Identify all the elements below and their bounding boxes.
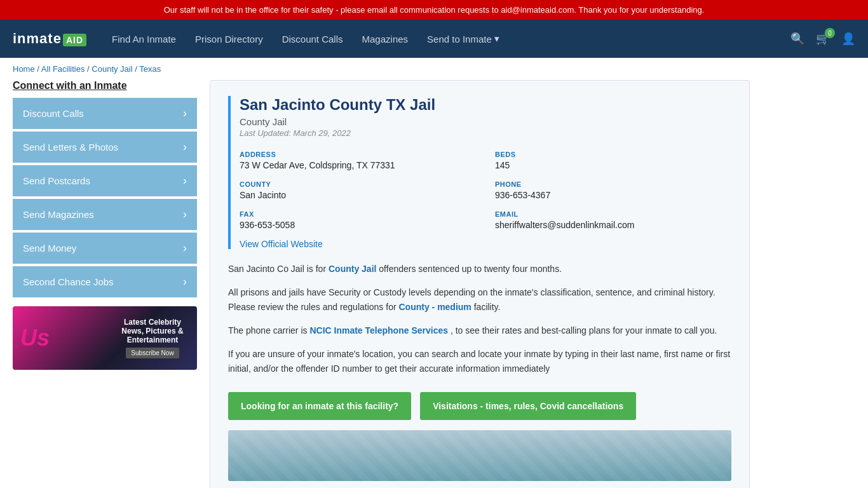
phone-field: PHONE 936-653-4367 — [495, 180, 731, 200]
logo-text: inmateAID — [13, 30, 86, 47]
county-label: COUNTY — [240, 180, 476, 188]
breadcrumb-home[interactable]: Home — [13, 64, 35, 74]
chevron-right-icon: › — [183, 275, 187, 288]
fax-value: 936-653-5058 — [240, 220, 476, 230]
facility-panel: San Jacinto County TX Jail County Jail L… — [210, 80, 750, 488]
email-value: sheriffwalters@suddenlinkmail.com — [495, 220, 731, 230]
main-nav: inmateAID Find An Inmate Prison Director… — [0, 20, 868, 58]
cart-count: 0 — [825, 28, 835, 38]
sidebar-ad-subscribe-btn[interactable]: Subscribe Now — [126, 348, 179, 358]
facility-last-updated: Last Updated: March 29, 2022 — [240, 128, 731, 138]
sidebar: Connect with an Inmate Discount Calls › … — [13, 80, 197, 488]
sidebar-discount-calls[interactable]: Discount Calls › — [13, 98, 197, 129]
county-jail-link[interactable]: County Jail — [329, 264, 376, 274]
facility-desc-4: If you are unsure of your inmate's locat… — [228, 347, 731, 376]
breadcrumb-texas[interactable]: Texas — [139, 64, 161, 74]
address-label: ADDRESS — [240, 151, 476, 158]
logo[interactable]: inmateAID — [13, 30, 86, 47]
email-label: EMAIL — [495, 210, 731, 218]
main-content: Connect with an Inmate Discount Calls › … — [0, 80, 763, 488]
nav-discount-calls[interactable]: Discount Calls — [282, 22, 343, 56]
view-official-website[interactable]: View Official Website — [240, 239, 731, 249]
phone-value: 936-653-4367 — [495, 190, 731, 200]
beds-value: 145 — [495, 160, 731, 170]
chevron-right-icon: › — [183, 208, 187, 221]
facility-image-strip — [228, 430, 731, 481]
facility-details: ADDRESS 73 W Cedar Ave, Coldspring, TX 7… — [240, 151, 731, 230]
user-icon[interactable]: 👤 — [841, 32, 855, 46]
visitations-btn[interactable]: Visitations - times, rules, Covid cancel… — [420, 392, 636, 420]
nav-icons: 🔍 🛒 0 👤 — [790, 32, 855, 46]
address-value: 73 W Cedar Ave, Coldspring, TX 77331 — [240, 160, 476, 170]
nav-find-an-inmate[interactable]: Find An Inmate — [112, 22, 176, 56]
nav-prison-directory[interactable]: Prison Directory — [195, 22, 263, 56]
beds-field: BEDS 145 — [495, 151, 731, 170]
facility-description: San Jacinto Co Jail is for County Jail o… — [228, 262, 731, 377]
chevron-right-icon: › — [183, 241, 187, 255]
banner-text: Our staff will not be in the office for … — [164, 5, 705, 15]
nav-links: Find An Inmate Prison Directory Discount… — [112, 22, 790, 56]
county-field: COUNTY San Jacinto — [240, 180, 476, 200]
breadcrumb-all-facilities[interactable]: All Facilities — [41, 64, 85, 74]
county-medium-link[interactable]: County - medium — [398, 302, 471, 312]
fax-label: FAX — [240, 210, 476, 218]
sidebar-second-chance-jobs[interactable]: Second Chance Jobs › — [13, 266, 197, 297]
sidebar-send-money[interactable]: Send Money › — [13, 233, 197, 264]
beds-label: BEDS — [495, 151, 731, 158]
sidebar-ad-text: Latest Celebrity News, Pictures & Entert… — [114, 318, 191, 358]
facility-type: County Jail — [240, 116, 731, 127]
sidebar-send-postcards[interactable]: Send Postcards › — [13, 165, 197, 196]
looking-for-inmate-btn[interactable]: Looking for an inmate at this facility? — [228, 392, 411, 420]
nav-send-to-inmate[interactable]: Send to Inmate ▾ — [427, 22, 499, 56]
chevron-right-icon: › — [183, 140, 187, 154]
phone-label: PHONE — [495, 180, 731, 188]
email-field: EMAIL sheriffwalters@suddenlinkmail.com — [495, 210, 731, 230]
sidebar-send-magazines[interactable]: Send Magazines › — [13, 199, 197, 230]
facility-desc-3: The phone carrier is NCIC Inmate Telepho… — [228, 323, 731, 338]
address-field: ADDRESS 73 W Cedar Ave, Coldspring, TX 7… — [240, 151, 476, 170]
breadcrumb-county-jail[interactable]: County Jail — [92, 64, 132, 74]
facility-name: San Jacinto County TX Jail — [240, 96, 731, 114]
sidebar-send-letters[interactable]: Send Letters & Photos › — [13, 132, 197, 163]
chevron-right-icon: › — [183, 107, 187, 120]
facility-desc-2: All prisons and jails have Security or C… — [228, 285, 731, 315]
cta-buttons: Looking for an inmate at this facility? … — [228, 392, 731, 420]
search-icon[interactable]: 🔍 — [790, 32, 804, 46]
sidebar-title: Connect with an Inmate — [13, 80, 197, 92]
top-banner: Our staff will not be in the office for … — [0, 0, 868, 20]
county-value: San Jacinto — [240, 190, 476, 200]
nav-magazines[interactable]: Magazines — [362, 22, 409, 56]
chevron-right-icon: › — [183, 174, 187, 187]
ncic-link[interactable]: NCIC Inmate Telephone Services — [309, 325, 448, 336]
official-website-link[interactable]: View Official Website — [240, 239, 323, 249]
cart-icon[interactable]: 🛒 0 — [816, 32, 830, 46]
facility-header: San Jacinto County TX Jail County Jail L… — [228, 96, 731, 249]
sidebar-advertisement[interactable]: Us Latest Celebrity News, Pictures & Ent… — [13, 306, 197, 370]
us-magazine-logo: Us — [20, 325, 50, 351]
breadcrumb: Home / All Facilities / County Jail / Te… — [0, 58, 868, 80]
facility-desc-1: San Jacinto Co Jail is for County Jail o… — [228, 262, 731, 276]
fax-field: FAX 936-653-5058 — [240, 210, 476, 230]
